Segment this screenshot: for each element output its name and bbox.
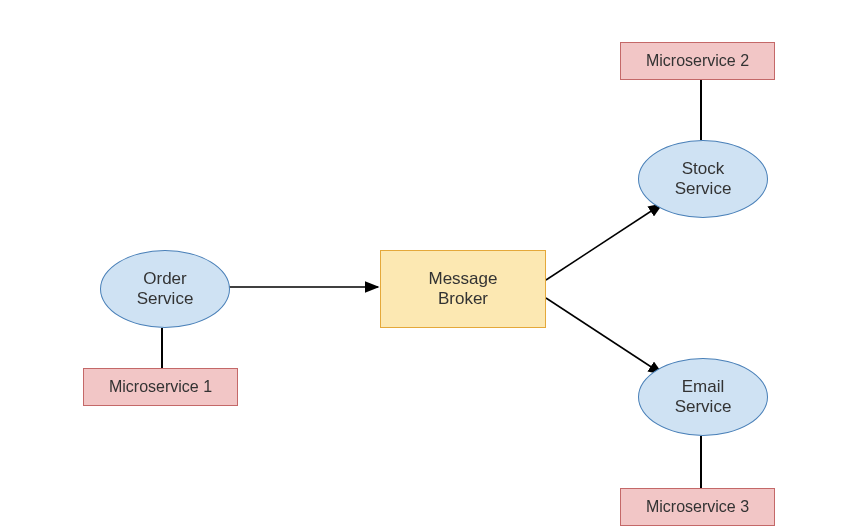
label-email-service: Email Service	[675, 377, 732, 417]
node-stock-service: Stock Service	[638, 140, 768, 218]
label-order-service: Order Service	[137, 269, 194, 309]
connector-email-ms3	[700, 436, 702, 488]
node-microservice-1: Microservice 1	[83, 368, 238, 406]
arrow-broker-to-email	[546, 298, 662, 374]
node-message-broker: Message Broker	[380, 250, 546, 328]
label-message-broker: Message Broker	[429, 269, 498, 309]
connector-order-ms1	[161, 328, 163, 368]
label-microservice-2: Microservice 2	[646, 52, 749, 70]
label-microservice-3: Microservice 3	[646, 498, 749, 516]
connector-stock-ms2	[700, 80, 702, 140]
node-microservice-2: Microservice 2	[620, 42, 775, 80]
label-stock-service: Stock Service	[675, 159, 732, 199]
label-microservice-1: Microservice 1	[109, 378, 212, 396]
node-email-service: Email Service	[638, 358, 768, 436]
node-microservice-3: Microservice 3	[620, 488, 775, 526]
node-order-service: Order Service	[100, 250, 230, 328]
arrow-broker-to-stock	[546, 204, 662, 280]
